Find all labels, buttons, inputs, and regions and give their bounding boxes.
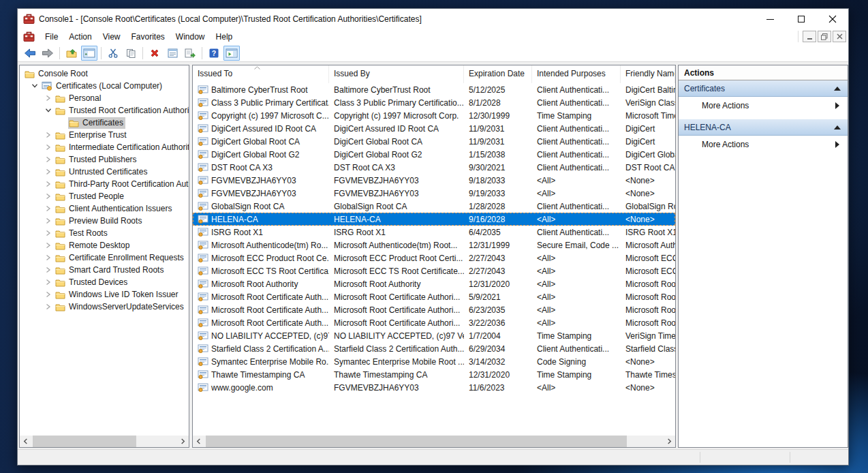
certificate-row-no-liability-accepted-c-97[interactable]: NO LIABILITY ACCEPTED, (c)97 ... NO LIAB… [193, 329, 675, 342]
certificate-row-baltimore-cybertrust-root[interactable]: Baltimore CyberTrust Root Baltimore Cybe… [193, 83, 675, 96]
tree-item-certificates[interactable]: Certificates [20, 117, 189, 129]
tree-item-windowsserverupdateservices[interactable]: WindowsServerUpdateServices [20, 301, 189, 313]
chevron-down-icon[interactable] [42, 108, 55, 113]
back-button[interactable] [22, 46, 38, 61]
column-header-expiration-date[interactable]: Expiration Date [464, 65, 532, 83]
tree-item-client-authentication-issuers[interactable]: Client Authentication Issuers [20, 202, 189, 215]
tree-item-third-party-root-certification-auth[interactable]: Third-Party Root Certification Auth [20, 178, 189, 190]
tree-item-personal[interactable]: Personal [20, 92, 189, 104]
show-hide-action-pane-button[interactable] [223, 46, 240, 61]
certificate-row-fgvmevbzjha6yy03[interactable]: FGVMEVBZJHA6YY03 FGVMEVBZJHA6YY03 9/18/2… [193, 174, 675, 187]
chevron-right-icon[interactable] [42, 242, 55, 249]
chevron-right-icon[interactable] [42, 95, 55, 102]
certificate-row-copyright-c-1997-microsoft-c[interactable]: Copyright (c) 1997 Microsoft C... Copyri… [193, 109, 675, 122]
certificate-row-microsoft-ecc-ts-root-certifica[interactable]: Microsoft ECC TS Root Certifica... Micro… [193, 264, 675, 277]
tree-item-console-root[interactable]: Console Root [20, 67, 189, 80]
chevron-right-icon[interactable] [42, 254, 55, 261]
certificate-row-microsoft-root-certificate-auth[interactable]: Microsoft Root Certificate Auth... Micro… [193, 316, 675, 329]
tree-item-windows-live-id-token-issuer[interactable]: Windows Live ID Token Issuer [20, 288, 189, 301]
delete-button[interactable] [146, 46, 163, 61]
chevron-right-icon[interactable] [42, 181, 55, 187]
show-hide-console-tree-button[interactable] [81, 46, 97, 61]
chevron-right-icon[interactable] [42, 144, 55, 151]
chevron-right-icon[interactable] [42, 132, 55, 138]
tree-item-enterprise-trust[interactable]: Enterprise Trust [20, 129, 189, 141]
tree-item-certificates-local-computer[interactable]: Certificates (Local Computer) [20, 80, 189, 92]
chevron-right-icon[interactable] [42, 217, 55, 224]
menu-help[interactable]: Help [211, 31, 238, 43]
child-restore-button[interactable] [818, 31, 831, 42]
certificate-row-symantec-enterprise-mobile-ro[interactable]: Symantec Enterprise Mobile Ro... Symante… [193, 355, 675, 368]
scroll-left-button[interactable] [20, 436, 31, 447]
certificate-row-microsoft-ecc-product-root-ce[interactable]: Microsoft ECC Product Root Ce... Microso… [193, 251, 675, 264]
tree-item-untrusted-certificates[interactable]: Untrusted Certificates [20, 166, 189, 178]
more-actions-certificates[interactable]: More Actions [679, 97, 848, 115]
tree-item-preview-build-roots[interactable]: Preview Build Roots [20, 215, 189, 227]
chevron-right-icon[interactable] [42, 266, 55, 273]
tree-item-trusted-root-certification-authoriti[interactable]: Trusted Root Certification Authoriti [20, 104, 189, 117]
certificate-row-globalsign-root-ca[interactable]: GlobalSign Root CA GlobalSign Root CA 1/… [193, 200, 675, 213]
certificate-row-dst-root-ca-x3[interactable]: DST Root CA X3 DST Root CA X3 9/30/2021 … [193, 161, 675, 174]
child-close-button[interactable] [833, 31, 846, 42]
scroll-right-button[interactable] [177, 436, 189, 447]
certificate-row-microsoft-authenticode-tm-ro[interactable]: Microsoft Authenticode(tm) Ro... Microso… [193, 239, 675, 251]
maximize-button[interactable] [786, 9, 817, 29]
column-header-friendly-name[interactable]: Friendly Name [621, 65, 675, 83]
certificate-row-digicert-global-root-g2[interactable]: DigiCert Global Root G2 DigiCert Global … [193, 148, 675, 161]
chevron-right-icon[interactable] [42, 291, 55, 298]
help-button[interactable]: ? [206, 46, 222, 61]
menu-favorites[interactable]: Favorites [126, 31, 170, 43]
scroll-left-button[interactable] [193, 436, 204, 447]
more-actions-helena-ca[interactable]: More Actions [679, 136, 848, 153]
column-header-issued-by[interactable]: Issued By [329, 65, 464, 83]
chevron-right-icon[interactable] [42, 205, 55, 212]
menu-action[interactable]: Action [63, 31, 97, 43]
chevron-right-icon[interactable] [42, 303, 55, 310]
tree-horizontal-scrollbar[interactable] [20, 436, 189, 447]
title-bar[interactable]: Console1 - [Console Root\Certificates (L… [18, 9, 848, 29]
menu-file[interactable]: File [40, 31, 63, 43]
properties-button[interactable] [164, 46, 181, 61]
list-horizontal-scrollbar[interactable] [193, 436, 675, 447]
chevron-right-icon[interactable] [42, 230, 55, 236]
child-minimize-button[interactable] [803, 31, 816, 42]
minimize-button[interactable] [754, 9, 786, 29]
collapse-section-icon[interactable] [834, 87, 841, 91]
column-header-issued-to[interactable]: Issued To [193, 65, 329, 83]
tree-scroll-thumb[interactable] [33, 436, 136, 447]
menu-view[interactable]: View [97, 31, 126, 43]
column-header-intended-purposes[interactable]: Intended Purposes [532, 65, 621, 83]
chevron-right-icon[interactable] [42, 168, 55, 175]
scroll-right-button[interactable] [664, 436, 675, 447]
forward-button[interactable] [40, 46, 56, 61]
certificate-row-microsoft-root-authority[interactable]: Microsoft Root Authority Microsoft Root … [193, 277, 675, 290]
export-list-button[interactable] [182, 46, 198, 61]
certificate-row-isrg-root-x1[interactable]: ISRG Root X1 ISRG Root X1 6/4/2035 Clien… [193, 226, 675, 239]
copy-button[interactable] [123, 46, 139, 61]
menu-window[interactable]: Window [170, 31, 211, 43]
collapse-section-icon[interactable] [834, 125, 841, 129]
certificate-row-www-google-com[interactable]: www.google.com FGVMEVBZJHA6YY03 11/6/202… [193, 381, 675, 394]
certificate-row-microsoft-root-certificate-auth[interactable]: Microsoft Root Certificate Auth... Micro… [193, 303, 675, 316]
certificate-row-helena-ca[interactable]: HELENA-CA HELENA-CA 9/16/2028 <All> <Non… [193, 213, 675, 226]
close-button[interactable] [817, 9, 848, 29]
cut-button[interactable] [105, 46, 121, 61]
certificate-row-class-3-public-primary-certificat[interactable]: Class 3 Public Primary Certificat... Cla… [193, 96, 675, 109]
tree-item-trusted-devices[interactable]: Trusted Devices [20, 276, 189, 288]
chevron-right-icon[interactable] [42, 156, 55, 163]
tree-item-trusted-people[interactable]: Trusted People [20, 190, 189, 202]
certificate-row-fgvmevbzjha6yy03[interactable]: FGVMEVBZJHA6YY03 FGVMEVBZJHA6YY03 9/19/2… [193, 187, 675, 200]
certificate-row-starfield-class-2-certification-a[interactable]: Starfield Class 2 Certification A... Sta… [193, 342, 675, 355]
up-one-level-button[interactable] [63, 46, 80, 61]
list-scroll-thumb[interactable] [206, 436, 627, 447]
actions-section-helena-ca[interactable]: HELENA-CA [679, 119, 848, 136]
certificate-row-microsoft-root-certificate-auth[interactable]: Microsoft Root Certificate Auth... Micro… [193, 290, 675, 303]
tree-item-smart-card-trusted-roots[interactable]: Smart Card Trusted Roots [20, 264, 189, 276]
tree-item-intermediate-certification-authoriti[interactable]: Intermediate Certification Authoriti [20, 141, 189, 153]
tree-item-certificate-enrollment-requests[interactable]: Certificate Enrollment Requests [20, 251, 189, 264]
certificate-row-thawte-timestamping-ca[interactable]: Thawte Timestamping CA Thawte Timestampi… [193, 368, 675, 381]
chevron-right-icon[interactable] [42, 193, 55, 200]
tree-item-remote-desktop[interactable]: Remote Desktop [20, 239, 189, 251]
actions-section-certificates[interactable]: Certificates [679, 80, 848, 97]
chevron-down-icon[interactable] [29, 83, 41, 89]
